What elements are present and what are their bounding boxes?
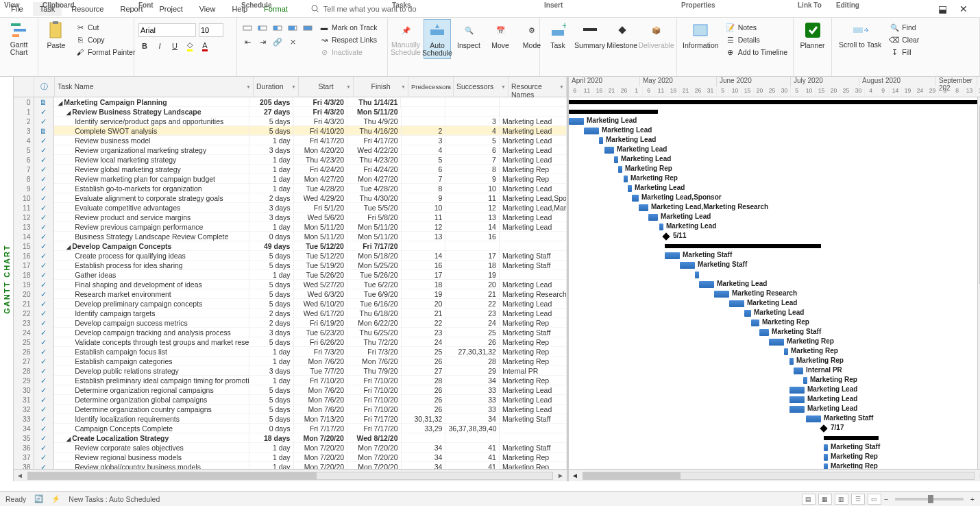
- cell-predecessors[interactable]: 17: [402, 270, 446, 280]
- h-scroll-thumb[interactable]: [28, 472, 317, 479]
- cell-finish[interactable]: Wed 4/22/20: [347, 145, 402, 155]
- table-row[interactable]: 8✓Review marketing plan for campaign bud…: [14, 174, 567, 184]
- cell-resources[interactable]: Marketing Rep: [500, 165, 567, 174]
- cell-finish[interactable]: Fri 4/17/20: [347, 136, 402, 145]
- scroll-right-icon[interactable]: ►: [557, 472, 564, 479]
- details-button[interactable]: ☰Details: [724, 34, 789, 45]
- cell-duration[interactable]: 5 days: [249, 251, 294, 261]
- cell-successors[interactable]: [445, 97, 500, 107]
- cell-resources[interactable]: Marketing Rep: [500, 376, 567, 385]
- gantt-row[interactable]: Marketing Staff: [569, 443, 980, 453]
- cell-successors[interactable]: 16: [445, 232, 500, 241]
- cell-task-name[interactable]: Review global marketing strategy: [54, 165, 249, 174]
- table-row[interactable]: 27✓Establish campaign categories1 dayMon…: [14, 357, 567, 366]
- cell-successors[interactable]: 7: [445, 155, 500, 165]
- cell-successors[interactable]: 12: [445, 203, 500, 213]
- gantt-row[interactable]: Marketing Lead: [569, 222, 980, 232]
- cell-successors[interactable]: 26: [445, 337, 500, 347]
- cell-successors[interactable]: 34: [445, 414, 500, 424]
- gantt-row[interactable]: [569, 270, 980, 280]
- gantt-row[interactable]: Marketing Staff: [569, 251, 980, 261]
- cell-start[interactable]: Fri 4/3/20: [293, 97, 347, 107]
- cell-predecessors[interactable]: 25: [402, 347, 446, 357]
- cell-successors[interactable]: 24: [445, 318, 500, 328]
- cell-resources[interactable]: Marketing Lead: [500, 280, 567, 289]
- cell-duration[interactable]: 1 day: [249, 165, 294, 174]
- cell-resources[interactable]: Marketing Lead: [500, 395, 567, 405]
- gantt-row[interactable]: Marketing Research: [569, 289, 980, 299]
- cell-duration[interactable]: 5 days: [249, 385, 294, 395]
- task-bar[interactable]: [624, 176, 628, 182]
- table-row[interactable]: 11✓Evaluate competitive advantages3 days…: [14, 203, 567, 213]
- cell-predecessors[interactable]: 26: [402, 357, 446, 366]
- cell-duration[interactable]: 0 days: [249, 232, 294, 241]
- cell-duration[interactable]: 27 days: [249, 107, 294, 117]
- cell-successors[interactable]: 19: [445, 270, 500, 280]
- indent-button[interactable]: ⇥: [256, 36, 269, 48]
- cell-duration[interactable]: 5 days: [249, 261, 294, 270]
- cell-duration[interactable]: 1 day: [249, 453, 294, 462]
- cell-finish[interactable]: Thu 6/18/20: [347, 309, 402, 318]
- cell-resources[interactable]: Marketing Staff: [500, 443, 567, 453]
- gantt-row[interactable]: [569, 241, 980, 251]
- col-indicators[interactable]: ⓘ: [34, 77, 55, 97]
- cell-start[interactable]: Mon 7/20/20: [293, 433, 347, 443]
- cell-finish[interactable]: Mon 5/11/20: [347, 232, 402, 241]
- cell-resources[interactable]: Marketing Staff: [500, 251, 567, 261]
- gantt-row[interactable]: Marketing Rep: [569, 347, 980, 357]
- table-row[interactable]: 6✓Review local marketing strategy1 dayTh…: [14, 155, 567, 165]
- cell-finish[interactable]: Thu 7/2/20: [347, 337, 402, 347]
- cell-finish[interactable]: Thu 6/25/20: [347, 328, 402, 337]
- gantt-row[interactable]: Marketing Lead: [569, 309, 980, 318]
- cell-predecessors[interactable]: 19: [402, 289, 446, 299]
- table-row[interactable]: 26✓Establish campaign focus list1 dayFri…: [14, 347, 567, 357]
- cell-start[interactable]: Mon 7/20/20: [294, 453, 348, 462]
- table-row[interactable]: 9✓Establish go-to-markets for organizati…: [14, 184, 567, 193]
- gantt-row[interactable]: [569, 97, 980, 107]
- cell-successors[interactable]: 17: [445, 251, 500, 261]
- cell-finish[interactable]: Mon 5/18/20: [347, 251, 402, 261]
- cell-start[interactable]: Tue 4/28/20: [294, 184, 348, 193]
- cell-successors[interactable]: 4: [445, 126, 500, 136]
- cell-start[interactable]: Mon 7/6/20: [294, 385, 348, 395]
- insert-task-button[interactable]: +Task: [544, 19, 572, 51]
- gantt-row[interactable]: Marketing Rep: [569, 318, 980, 328]
- cell-finish[interactable]: Tue 6/16/20: [347, 299, 402, 309]
- cell-finish[interactable]: Fri 7/17/20: [347, 424, 402, 433]
- cell-finish[interactable]: Mon 7/6/20: [347, 357, 402, 366]
- cell-start[interactable]: Tue 7/7/20: [294, 366, 348, 376]
- cell-finish[interactable]: Mon 5/11/20: [347, 222, 402, 232]
- inactivate-button[interactable]: ⊘Inactivate: [318, 47, 379, 58]
- cell-resources[interactable]: Marketing Rep: [500, 462, 567, 470]
- task-bar[interactable]: [599, 137, 603, 144]
- task-bar[interactable]: [729, 300, 744, 307]
- cell-predecessors[interactable]: 10: [402, 203, 446, 213]
- cell-successors[interactable]: 18: [445, 261, 500, 270]
- cell-task-name[interactable]: Create Localization Strategy: [54, 433, 249, 443]
- cell-finish[interactable]: Tue 6/2/20: [347, 280, 402, 289]
- scroll-left-icon[interactable]: ◄: [572, 472, 578, 479]
- cell-task-name[interactable]: Develop preliminary campaign concepts: [54, 299, 249, 309]
- cell-successors[interactable]: 13: [445, 213, 500, 222]
- cell-duration[interactable]: 2 days: [249, 318, 294, 328]
- task-bar[interactable]: [824, 463, 828, 469]
- cell-task-name[interactable]: Review regional business models: [54, 453, 249, 462]
- cell-successors[interactable]: 6: [445, 145, 500, 155]
- view-task-usage-button[interactable]: ▦: [818, 494, 832, 505]
- cell-predecessors[interactable]: [401, 97, 445, 107]
- cell-finish[interactable]: Tue 5/26/20: [347, 270, 402, 280]
- move-button[interactable]: 📅Move: [487, 19, 514, 51]
- gantt-row[interactable]: [569, 107, 980, 117]
- cell-start[interactable]: Fri 4/24/20: [294, 165, 348, 174]
- cell-finish[interactable]: Thu 4/9/20: [347, 117, 402, 126]
- cell-task-name[interactable]: Develop campaign tracking and analysis p…: [54, 328, 249, 337]
- table-row[interactable]: 12✓Review product and service margins3 d…: [14, 213, 567, 222]
- cell-task-name[interactable]: Campaign Concepts Complete: [54, 424, 249, 433]
- cell-predecessors[interactable]: 27: [402, 366, 446, 376]
- cell-predecessors[interactable]: 8: [402, 184, 446, 193]
- cell-finish[interactable]: Wed 8/12/20: [347, 433, 402, 443]
- cell-resources[interactable]: [500, 424, 567, 433]
- cell-start[interactable]: Mon 5/11/20: [294, 222, 348, 232]
- cell-duration[interactable]: 3 days: [249, 145, 294, 155]
- percent-75-button[interactable]: [286, 22, 299, 34]
